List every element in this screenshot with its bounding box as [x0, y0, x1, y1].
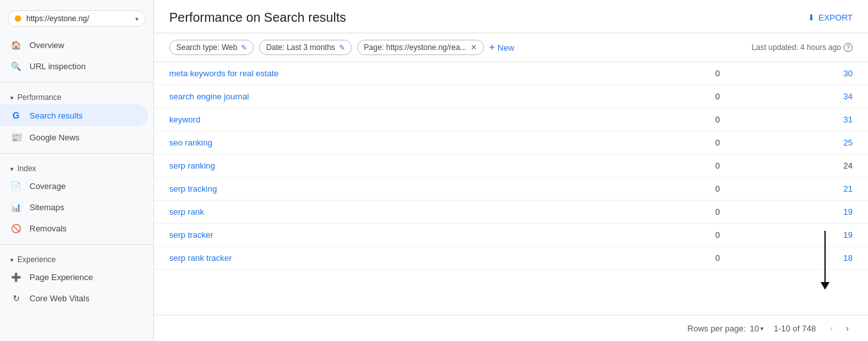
- sidebar-item-label: Search results: [29, 111, 83, 121]
- divider: [0, 82, 153, 83]
- sidebar-item-removals[interactable]: 🚫 Removals: [0, 218, 148, 239]
- filter-search-type-label: Search type: Web: [176, 43, 237, 52]
- query-link[interactable]: keyword: [169, 115, 200, 124]
- table-row: seo ranking025: [154, 131, 868, 154]
- rows-per-page-value: 10: [749, 324, 758, 333]
- query-link[interactable]: seo ranking: [169, 138, 212, 147]
- filter-page-label: Page: https://eystone.ng/rea...: [364, 43, 467, 52]
- table-row: meta keywords for real estate030: [154, 62, 868, 85]
- chevron-down-icon: ▾: [135, 15, 138, 22]
- query-cell[interactable]: search engine journal: [154, 85, 618, 108]
- sitemaps-icon: 📊: [10, 203, 22, 212]
- query-link[interactable]: serp tracker: [169, 230, 213, 240]
- query-cell[interactable]: serp tracker: [154, 224, 618, 247]
- sidebar-item-label: Sitemaps: [29, 203, 64, 212]
- clicks-cell: 0: [618, 85, 735, 108]
- query-link[interactable]: serp tracking: [169, 184, 217, 194]
- edit-icon: ✎: [339, 44, 345, 52]
- impressions-cell: 21: [735, 178, 868, 201]
- sidebar-item-label: Core Web Vitals: [29, 294, 89, 303]
- page-info: 1-10 of 748: [774, 324, 816, 333]
- impressions-cell: 19: [735, 224, 868, 247]
- impressions-cell: 31: [735, 108, 868, 131]
- query-cell[interactable]: serp rank: [154, 201, 618, 224]
- google-g-icon: G: [10, 110, 22, 121]
- sidebar-item-label: URL inspection: [29, 62, 86, 71]
- query-cell[interactable]: serp rank tracker: [154, 247, 618, 270]
- new-filter-button[interactable]: + New: [489, 42, 514, 53]
- help-icon[interactable]: ?: [844, 43, 853, 52]
- table-area: meta keywords for real estate030search e…: [154, 62, 868, 341]
- results-table: meta keywords for real estate030search e…: [154, 62, 868, 270]
- collapse-arrow-icon: ▾: [10, 165, 13, 172]
- table-row: serp tracker019: [154, 224, 868, 247]
- pagination-nav: ‹ ›: [826, 322, 853, 335]
- query-cell[interactable]: serp tracking: [154, 178, 618, 201]
- plus-icon: +: [489, 42, 495, 53]
- divider: [0, 244, 153, 245]
- search-icon: 🔍: [10, 62, 22, 71]
- clicks-cell: 0: [618, 224, 735, 247]
- last-updated-info: Last updated: 4 hours ago ?: [752, 43, 853, 52]
- query-cell[interactable]: meta keywords for real estate: [154, 62, 618, 85]
- section-label: Performance: [17, 93, 62, 102]
- main-content: Performance on Search results ⬇ EXPORT S…: [154, 0, 868, 341]
- table-row: serp rank019: [154, 201, 868, 224]
- section-experience[interactable]: ▾ Experience: [0, 250, 153, 267]
- sidebar-item-sitemaps[interactable]: 📊 Sitemaps: [0, 197, 148, 218]
- sidebar-item-page-experience[interactable]: ➕ Page Experience: [0, 267, 148, 288]
- close-icon[interactable]: ✕: [471, 43, 477, 52]
- filter-page[interactable]: Page: https://eystone.ng/rea... ✕: [357, 40, 484, 55]
- sidebar-item-core-web-vitals[interactable]: ↻ Core Web Vitals: [0, 288, 148, 309]
- section-label: Index: [17, 164, 36, 173]
- clicks-cell: 0: [618, 247, 735, 270]
- impressions-cell: 24: [735, 154, 868, 178]
- impressions-cell: 18: [735, 247, 868, 270]
- table-footer: Rows per page: 10 ▾ 1-10 of 748 ‹ ›: [154, 315, 868, 341]
- query-link[interactable]: meta keywords for real estate: [169, 69, 279, 78]
- sidebar-item-coverage[interactable]: 📄 Coverage: [0, 176, 148, 197]
- query-link[interactable]: serp rank: [169, 207, 204, 217]
- sidebar-item-label: Coverage: [29, 181, 65, 191]
- table-row: search engine journal034: [154, 85, 868, 108]
- next-page-button[interactable]: ›: [842, 322, 853, 335]
- download-icon: ⬇: [808, 13, 815, 22]
- query-link[interactable]: serp rank tracker: [169, 253, 232, 263]
- impressions-cell: 30: [735, 62, 868, 85]
- url-selector[interactable]: https://eystone.ng/ ▾: [8, 10, 146, 27]
- url-status-dot: [15, 15, 21, 22]
- filter-date[interactable]: Date: Last 3 months ✎: [259, 40, 351, 55]
- filter-search-type[interactable]: Search type: Web ✎: [169, 40, 254, 55]
- sidebar-item-search-results[interactable]: G Search results: [0, 104, 148, 126]
- query-link[interactable]: search engine journal: [169, 92, 249, 101]
- clicks-cell: 0: [618, 201, 735, 224]
- query-cell[interactable]: serp ranking: [154, 154, 618, 178]
- sidebar-item-label: Google News: [29, 133, 79, 142]
- chevron-down-icon: ▾: [760, 325, 764, 332]
- query-cell[interactable]: seo ranking: [154, 131, 618, 154]
- export-button[interactable]: ⬇ EXPORT: [808, 13, 853, 22]
- query-link[interactable]: serp ranking: [169, 161, 215, 170]
- sidebar-item-google-news[interactable]: 📰 Google News: [0, 126, 148, 148]
- rows-per-page-label: Rows per page:: [687, 324, 746, 333]
- table-row: keyword031: [154, 108, 868, 131]
- section-index[interactable]: ▾ Index: [0, 159, 153, 176]
- divider: [0, 153, 153, 154]
- rows-per-page-selector[interactable]: 10 ▾: [749, 324, 763, 333]
- impressions-cell: 34: [735, 85, 868, 108]
- sidebar-item-url-inspection[interactable]: 🔍 URL inspection: [0, 56, 148, 77]
- last-updated-text: Last updated: 4 hours ago: [752, 43, 841, 52]
- page-title: Performance on Search results: [169, 10, 346, 25]
- filters-bar: Search type: Web ✎ Date: Last 3 months ✎…: [154, 33, 868, 62]
- clicks-cell: 0: [618, 178, 735, 201]
- section-label: Experience: [17, 255, 56, 264]
- filter-date-label: Date: Last 3 months: [266, 43, 335, 52]
- query-cell[interactable]: keyword: [154, 108, 618, 131]
- clicks-cell: 0: [618, 131, 735, 154]
- news-icon: 📰: [10, 132, 22, 142]
- section-performance[interactable]: ▾ Performance: [0, 88, 153, 104]
- table-row: serp rank tracker018: [154, 247, 868, 270]
- sidebar-item-overview[interactable]: 🏠 Overview: [0, 35, 148, 56]
- prev-page-button[interactable]: ‹: [826, 322, 837, 335]
- sidebar: https://eystone.ng/ ▾ 🏠 Overview 🔍 URL i…: [0, 0, 154, 341]
